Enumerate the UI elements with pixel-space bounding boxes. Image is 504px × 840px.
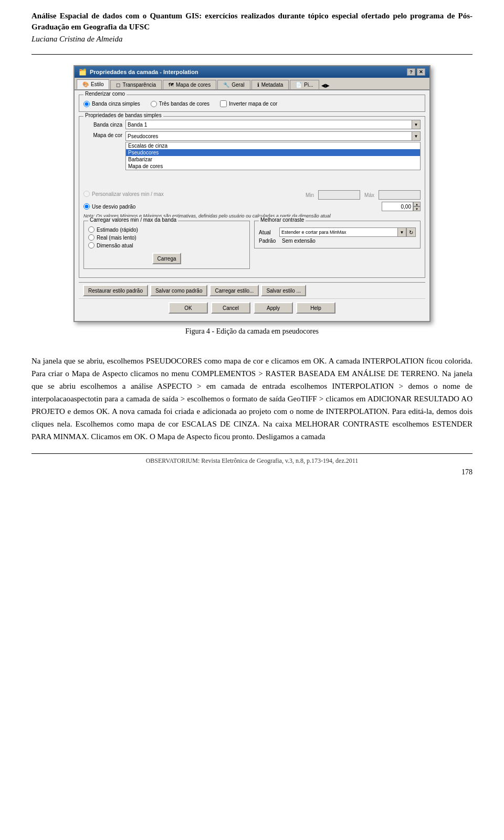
salvar-estilo-button[interactable]: Salvar estilo ... (261, 285, 306, 296)
tab-right-arrow[interactable]: ▶ (326, 82, 330, 88)
checkbox-inverter-input[interactable] (220, 100, 227, 107)
article-author: Luciana Cristina de Almeida (32, 35, 472, 44)
dialog-tabs: 🎨 Estilo ◻ Transparência 🗺 Mapa de cores… (75, 78, 429, 90)
metadata-icon: ℹ (257, 82, 259, 88)
banda-cinza-label: Banda cinza (83, 122, 125, 128)
radio-banda-cinza[interactable]: Banda cinza simples (83, 101, 140, 107)
radio-banda-cinza-input[interactable] (83, 101, 90, 107)
footer-text: OBSERVATORIUM: Revista Eletrônica de Geo… (146, 457, 359, 464)
apply-button[interactable]: Apply (254, 302, 293, 314)
radio-use-desvio-input[interactable] (83, 203, 90, 210)
melhorar-contraste-group: Melhorar contraste Atual ▼ ↻ (254, 221, 421, 248)
article-title: Análise Espacial de dados com o Quantum … (32, 11, 472, 33)
mapa-de-cor-arrow[interactable]: ▼ (412, 131, 421, 141)
tab-left-arrow[interactable]: ◀ (321, 82, 326, 88)
mapa-de-cor-row: Mapa de cor ▼ Escalas de cinza Pseudocor… (83, 131, 421, 170)
page-container: Análise Espacial de dados com o Quantum … (0, 0, 504, 487)
personalizar-row: Personalizar valores min / max Min Máx (83, 188, 421, 200)
propriedades-bandas-title: Propriedades de bandas simples (83, 112, 163, 118)
desvio-spinner-up[interactable]: ▲ (413, 202, 421, 206)
radio-tres-bandas[interactable]: Três bandas de cores (151, 101, 209, 107)
carregar-valores-column: Carregar valores min / max da banda Esti… (83, 221, 250, 273)
banda-cinza-arrow[interactable]: ▼ (412, 120, 421, 129)
carregar-estilo-button[interactable]: Carregar estilo... (209, 285, 259, 296)
padrao-value: Sem extensão (282, 238, 316, 244)
tab-metadata[interactable]: ℹ Metadata (251, 80, 289, 89)
restaurar-button[interactable]: Restaurar estilo padrão (83, 285, 148, 296)
tab-geral[interactable]: 🔧 Geral (217, 80, 250, 89)
transparencia-icon: ◻ (116, 82, 120, 88)
close-titlebar-btn[interactable]: ✕ (417, 68, 425, 76)
dialog-titlebar: 🗂️ Propriedades da camada - Interpolatio… (75, 66, 429, 78)
dialog-window: 🗂️ Propriedades da camada - Interpolatio… (74, 65, 430, 322)
desvio-spinner-down[interactable]: ▼ (413, 206, 421, 211)
padrao-label: Padrão (259, 238, 280, 244)
radio-use-desvio[interactable]: Use desvio padrão (83, 203, 135, 210)
tab-arrows: ◀ ▶ (321, 80, 330, 89)
atual-field: ▼ ↻ (279, 227, 416, 237)
radio-dimensao[interactable]: Dimensão atual (88, 242, 245, 248)
radio-personalizar-input[interactable] (83, 191, 90, 197)
checkbox-inverter[interactable]: Inverter mapa de cor (220, 100, 277, 107)
carregar-valores-group: Carregar valores min / max da banda Esti… (83, 221, 250, 269)
ok-button[interactable]: OK (169, 302, 208, 314)
dialog-title: Propriedades da camada - Interpolation (90, 69, 198, 75)
atual-extra-btn[interactable]: ↻ (406, 227, 416, 237)
desvio-value-input[interactable] (382, 202, 413, 211)
figure-caption: Figura 4 - Edição da camada em pseudocor… (185, 327, 319, 336)
radio-tres-bandas-input[interactable] (151, 101, 157, 107)
radio-dimensao-input[interactable] (88, 242, 94, 248)
padrao-row: Padrão Sem extensão (259, 238, 416, 244)
renderizar-como-group: Renderizar como Banda cinza simples Três… (79, 95, 425, 112)
listbox-barbarizar[interactable]: Barbarizar (126, 156, 420, 163)
two-column-section: Carregar valores min / max da banda Esti… (83, 221, 421, 273)
tab-mapa-cores[interactable]: 🗺 Mapa de cores (163, 80, 216, 89)
help-titlebar-btn[interactable]: ? (407, 68, 415, 76)
use-desvio-row: Use desvio padrão ▲ ▼ (83, 202, 421, 211)
header-divider (32, 54, 472, 55)
atual-input[interactable] (279, 227, 398, 237)
atual-arrow[interactable]: ▼ (398, 227, 406, 237)
radio-personalizar[interactable]: Personalizar valores min / max Min Máx (83, 188, 421, 200)
listbox-escalas-cinza[interactable]: Escalas de cinza (126, 142, 420, 149)
carrega-button[interactable]: Carrega (152, 253, 181, 264)
renderizar-como-title: Renderizar como (83, 91, 127, 97)
min-input[interactable] (318, 190, 360, 200)
ok-buttons-row: OK Cancel Apply Help (79, 298, 425, 317)
atual-label: Atual (259, 230, 277, 235)
color-listbox: Escalas de cinza Pseudocores Barbarizar … (125, 142, 421, 170)
mapa-de-cor-field: ▼ (125, 131, 421, 141)
dialog-body: Renderizar como Banda cinza simples Três… (75, 90, 429, 321)
carrega-btn-container: Carrega (88, 251, 245, 264)
radio-estimado-input[interactable] (88, 226, 94, 233)
body-paragraph-1: Na janela que se abriu, escolhemos PSEUD… (32, 355, 472, 443)
page-footer: OBSERVATORIUM: Revista Eletrônica de Geo… (32, 453, 472, 465)
help-button[interactable]: Help (296, 302, 335, 314)
min-max-row: Min Máx (306, 190, 421, 200)
mapa-de-cor-input[interactable] (125, 131, 412, 141)
max-input[interactable] (379, 190, 421, 200)
cancel-button[interactable]: Cancel (211, 302, 250, 314)
radio-real[interactable]: Real (mais lento) (88, 234, 245, 241)
salvar-como-button[interactable]: Salvar como padrão (150, 285, 208, 296)
estilo-icon: 🎨 (82, 81, 89, 87)
spacer (83, 172, 421, 188)
listbox-mapa-cores[interactable]: Mapa de cores (126, 163, 420, 170)
pi-icon: 📄 (296, 82, 302, 88)
dialog-bottom-bar: Restaurar estilo padrão Salvar como padr… (79, 282, 425, 298)
desvio-spinner: ▲ ▼ (382, 202, 421, 211)
radio-estimado[interactable]: Estimado (rápido) (88, 226, 245, 233)
page-number: 178 (32, 468, 472, 476)
propriedades-bandas-group: Propriedades de bandas simples Banda cin… (79, 116, 425, 278)
mapa-de-cor-label: Mapa de cor (83, 131, 125, 138)
tab-pi[interactable]: 📄 Pi... (290, 80, 319, 89)
banda-cinza-input[interactable] (125, 120, 412, 129)
min-label: Min (306, 192, 314, 198)
mapa-de-cor-content: ▼ Escalas de cinza Pseudocores Barbariza… (125, 131, 421, 170)
radio-real-input[interactable] (88, 234, 94, 241)
melhorar-contraste-column: Melhorar contraste Atual ▼ ↻ (254, 221, 421, 273)
tab-estilo[interactable]: 🎨 Estilo (77, 79, 109, 89)
listbox-pseudocores[interactable]: Pseudocores (126, 149, 420, 156)
tab-transparencia[interactable]: ◻ Transparência (110, 80, 162, 89)
max-label: Máx (364, 192, 374, 198)
